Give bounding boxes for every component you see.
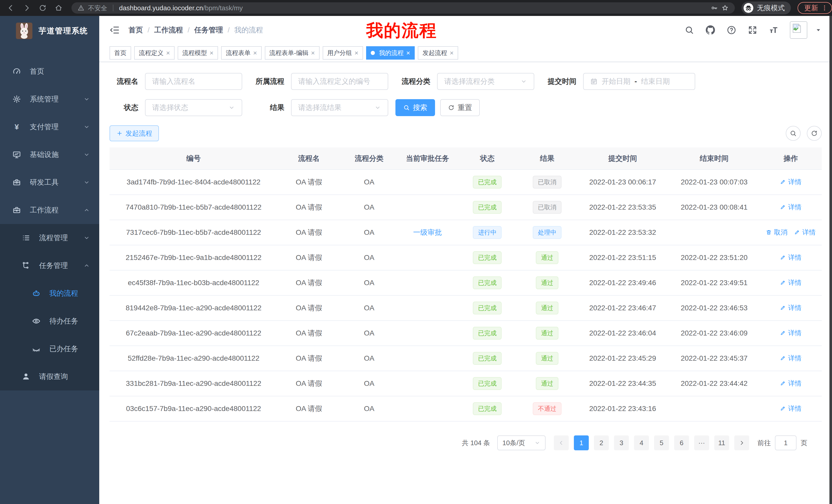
process-name-input[interactable]: 请输入流程名 — [145, 73, 242, 90]
tab-process-model[interactable]: 流程模型× — [178, 46, 218, 60]
sidebar-fold-icon[interactable] — [109, 25, 120, 35]
close-icon[interactable]: × — [450, 50, 453, 56]
tab-process-form[interactable]: 流程表单× — [221, 46, 261, 60]
font-size-icon[interactable] — [769, 25, 779, 35]
detail-link[interactable]: 详情 — [780, 177, 801, 187]
sidebar-item-infrastructure[interactable]: 基础设施 — [0, 141, 99, 169]
page-button[interactable]: 2 — [594, 436, 609, 450]
current-task-link[interactable]: 一级审批 — [413, 228, 442, 236]
update-label: 更新 — [804, 3, 818, 12]
page-button[interactable]: 4 — [634, 436, 649, 450]
avatar-caret-icon[interactable] — [815, 27, 822, 33]
close-icon[interactable]: × — [166, 50, 170, 56]
close-icon[interactable]: × — [355, 50, 358, 56]
toggle-search-button[interactable] — [786, 126, 801, 141]
avatar[interactable] — [790, 21, 807, 39]
password-key-icon[interactable] — [711, 4, 718, 11]
cell-category: OA — [340, 396, 398, 421]
detail-link[interactable]: 详情 — [780, 354, 801, 363]
back-icon[interactable] — [6, 3, 16, 12]
page-button[interactable]: 11 — [714, 436, 729, 450]
forward-icon[interactable] — [22, 3, 31, 12]
reload-icon[interactable] — [38, 3, 47, 12]
sidebar-item-task-mgmt[interactable]: 任务管理 — [0, 252, 99, 279]
sidebar-item-home[interactable]: 首页 — [0, 58, 99, 85]
status-select[interactable]: 请选择状态 — [145, 99, 242, 116]
sidebar-item-process-mgmt[interactable]: 流程管理 — [0, 224, 99, 252]
help-icon[interactable] — [727, 25, 736, 35]
fullscreen-icon[interactable] — [748, 25, 757, 35]
column-header: 提交时间 — [577, 147, 669, 170]
next-page-button[interactable] — [734, 436, 749, 450]
sidebar-item-system[interactable]: 系统管理 — [0, 85, 99, 113]
breadcrumb-separator: / — [228, 26, 230, 34]
cell-current-task — [398, 296, 457, 320]
url-bar[interactable]: 不安全 dashboard.yudao.iocoder.cn/bpm/task/… — [72, 2, 735, 13]
breadcrumb-item[interactable]: 任务管理 — [194, 25, 223, 35]
robot-icon — [32, 289, 42, 298]
detail-link[interactable]: 详情 — [780, 404, 801, 413]
table-row: ec45f38f-7b9a-11ec-b03b-acde48001122OA 请… — [109, 270, 822, 296]
cell-result: 已取消 — [518, 195, 577, 220]
tab-process-form-edit[interactable]: 流程表单-编辑× — [265, 46, 319, 60]
detail-link[interactable]: 详情 — [780, 303, 801, 312]
page-ellipsis[interactable]: ··· — [694, 436, 709, 450]
detail-link[interactable]: 详情 — [780, 379, 801, 388]
tab-user-group[interactable]: 用户分组× — [323, 46, 363, 60]
detail-link[interactable]: 详情 — [780, 278, 801, 287]
result-select[interactable]: 请选择流结果 — [291, 99, 388, 116]
edit-icon — [780, 405, 786, 412]
close-icon[interactable]: × — [253, 50, 257, 56]
sidebar-item-workflow[interactable]: 工作流程 — [0, 196, 99, 224]
close-icon[interactable]: × — [311, 50, 315, 56]
sidebar-item-my-process[interactable]: 我的流程 — [0, 279, 99, 307]
page-size-select[interactable]: 10条/页 — [497, 436, 546, 450]
browser-menu-icon[interactable] — [821, 5, 828, 11]
table-toolbar: 发起流程 — [109, 125, 822, 141]
detail-link[interactable]: 详情 — [780, 253, 801, 262]
bookmark-star-icon[interactable] — [722, 4, 729, 11]
prev-page-button[interactable] — [554, 436, 569, 450]
goto-page-input[interactable]: 1 — [775, 436, 797, 450]
detail-link[interactable]: 详情 — [780, 203, 801, 212]
sidebar-item-leave-query[interactable]: 请假查询 — [0, 363, 99, 390]
detail-link[interactable]: 详情 — [794, 228, 815, 237]
cancel-link[interactable]: 取消 — [766, 228, 787, 237]
tab-home[interactable]: 首页 — [109, 46, 131, 60]
tab-my-process[interactable]: 我的流程× — [366, 46, 415, 60]
search-button[interactable]: 搜索 — [395, 99, 435, 116]
user-icon — [22, 372, 31, 381]
logo-image — [16, 23, 32, 39]
table-header-row: 编号流程名流程分类当前审批任务状态结果提交时间结束时间操作 — [109, 147, 822, 170]
sidebar-item-done-tasks[interactable]: 已办任务 — [0, 335, 99, 363]
page-button[interactable]: 5 — [654, 436, 669, 450]
page-button[interactable]: 6 — [674, 436, 689, 450]
process-definition-input[interactable]: 请输入流程定义的编号 — [291, 73, 388, 90]
page-button[interactable]: 3 — [614, 436, 629, 450]
home-icon[interactable] — [54, 3, 63, 12]
reset-button[interactable]: 重置 — [440, 99, 480, 116]
process-category-select[interactable]: 请选择流程分类 — [437, 73, 534, 90]
header-search-icon[interactable] — [684, 25, 694, 35]
tab-start-process[interactable]: 发起流程× — [418, 46, 458, 60]
close-icon[interactable]: × — [210, 50, 213, 56]
detail-link[interactable]: 详情 — [780, 329, 801, 338]
sidebar-item-devtools[interactable]: 研发工具 — [0, 169, 99, 196]
status-badge: 已完成 — [473, 352, 502, 365]
window-scrollbar[interactable] — [829, 16, 832, 504]
sidebar-item-payment[interactable]: ¥支付管理 — [0, 113, 99, 141]
refresh-table-button[interactable] — [807, 126, 822, 141]
breadcrumb-item[interactable]: 工作流程 — [154, 25, 183, 35]
close-icon[interactable]: × — [406, 50, 410, 56]
cell-id: 7317cec6-7b9b-11ec-b5b7-acde48001122 — [109, 220, 278, 245]
divider — [113, 5, 113, 11]
submit-time-daterange[interactable]: 开始日期-结束日期 — [583, 73, 695, 90]
create-process-button[interactable]: 发起流程 — [109, 125, 159, 141]
update-button[interactable]: 更新 — [798, 2, 832, 14]
page-button[interactable]: 1 — [574, 436, 589, 450]
sidebar-item-todo-tasks[interactable]: 待办任务 — [0, 307, 99, 335]
tab-process-definition[interactable]: 流程定义× — [134, 46, 175, 60]
breadcrumb-item[interactable]: 首页 — [129, 25, 143, 35]
github-icon[interactable] — [705, 25, 715, 35]
cell-status: 已完成 — [457, 320, 518, 346]
